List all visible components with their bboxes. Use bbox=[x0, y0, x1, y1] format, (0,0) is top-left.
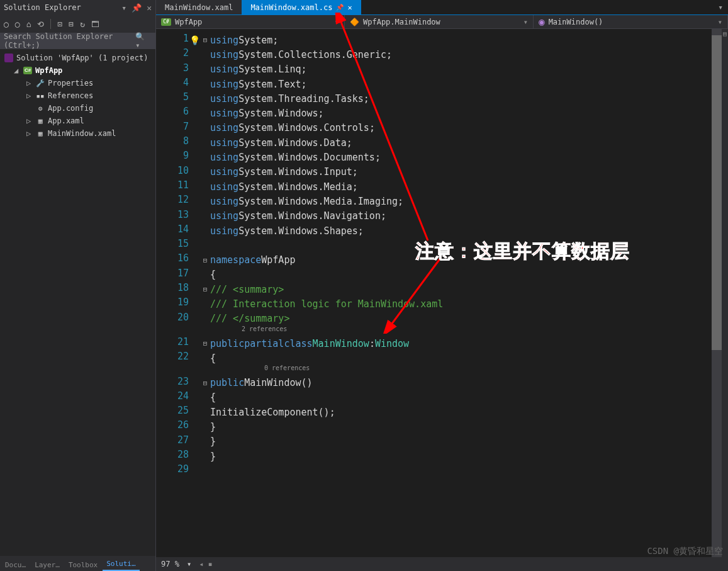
tab-active[interactable]: MainWindow.xaml.cs 📌 ✕ bbox=[242, 0, 361, 14]
lightbulb-icon[interactable]: 💡 bbox=[189, 35, 200, 45]
annotation-label: 注意：这里并不算数据层 bbox=[415, 239, 630, 264]
line-numbers: 1234567891011121314151617181920212223242… bbox=[156, 29, 200, 557]
collapse-icon[interactable]: ⊟ bbox=[69, 20, 74, 29]
tree-item[interactable]: ▷🔧Properties bbox=[0, 77, 155, 89]
close-icon[interactable]: ✕ bbox=[147, 3, 152, 13]
pin-icon[interactable]: 📌 bbox=[132, 3, 142, 13]
solution-node[interactable]: Solution 'WpfApp' (1 project) bbox=[0, 52, 155, 64]
pin-icon[interactable]: 📌 bbox=[336, 4, 344, 11]
panel-tab[interactable]: Layer… bbox=[31, 559, 64, 571]
zoom-dropdown-icon[interactable]: ▾ bbox=[187, 560, 191, 568]
chevron-down-icon: ▾ bbox=[524, 18, 528, 26]
showall-icon[interactable]: ⊡ bbox=[57, 20, 62, 29]
sync-icon[interactable]: ⟲ bbox=[37, 20, 44, 29]
codelens[interactable]: 2 references bbox=[242, 325, 287, 332]
document-tabs: MainWindow.xaml MainWindow.xaml.cs 📌 ✕ ▾ bbox=[156, 0, 728, 15]
nav-project[interactable]: C# WpfApp ▾ bbox=[156, 15, 345, 28]
zoom-level[interactable]: 97 % bbox=[161, 560, 179, 568]
search-box[interactable]: Search Solution Explorer (Ctrl+;) 🔍 ▾ bbox=[0, 33, 155, 49]
class-icon: 🔶 bbox=[350, 18, 359, 26]
search-icon: 🔍 ▾ bbox=[135, 32, 152, 50]
chevron-down-icon: ▾ bbox=[335, 18, 339, 26]
editor[interactable]: 💡 12345678910111213141516171819202122232… bbox=[156, 29, 728, 557]
project-node[interactable]: ◢ C# WpfApp bbox=[0, 64, 155, 77]
status-bar: 97 % ▾ ◂ ▪ bbox=[156, 557, 728, 571]
toolbar: ◯ ◯ ⌂ ⟲ ⊡ ⊟ ↻ 🗔 bbox=[0, 15, 155, 33]
vertical-scrollbar[interactable] bbox=[712, 29, 722, 557]
code-text[interactable]: using System; using System.Collections.G… bbox=[210, 29, 712, 557]
csharp-icon: C# bbox=[161, 18, 171, 26]
tab-overflow-icon[interactable]: ▾ bbox=[713, 0, 728, 14]
tree-item[interactable]: ⚙App.config bbox=[0, 102, 155, 115]
tab-inactive[interactable]: MainWindow.xaml bbox=[156, 0, 242, 14]
prop-icon[interactable]: 🗔 bbox=[91, 20, 99, 29]
editor-split-icon[interactable]: ▤ bbox=[722, 29, 728, 557]
refresh-icon[interactable]: ↻ bbox=[80, 20, 85, 29]
panel-tab[interactable]: Docu… bbox=[1, 559, 30, 571]
watermark: CSDN @黄昏和星空 bbox=[647, 546, 723, 557]
tree-item[interactable]: ▷▦App.xaml bbox=[0, 115, 155, 127]
nav-member[interactable]: ◉ MainWindow() ▾ bbox=[534, 15, 728, 28]
codelens[interactable]: 0 references bbox=[264, 365, 310, 371]
dropdown-icon[interactable]: ▾ bbox=[121, 3, 126, 13]
close-icon[interactable]: ✕ bbox=[347, 3, 352, 12]
editor-main: MainWindow.xaml MainWindow.xaml.cs 📌 ✕ ▾… bbox=[156, 0, 728, 571]
home-icon[interactable]: ⌂ bbox=[26, 20, 31, 29]
nav-class[interactable]: 🔶 WpfApp.MainWindow ▾ bbox=[345, 15, 534, 28]
forward-icon[interactable]: ◯ bbox=[15, 20, 20, 29]
back-icon[interactable]: ◯ bbox=[4, 20, 9, 29]
panel-header: Solution Explorer ▾ 📌 ✕ bbox=[0, 0, 155, 15]
solution-explorer: Solution Explorer ▾ 📌 ✕ ◯ ◯ ⌂ ⟲ ⊡ ⊟ ↻ 🗔 … bbox=[0, 0, 156, 571]
tree-item[interactable]: ▷▪▪References bbox=[0, 89, 155, 102]
tree-item[interactable]: ▷▦MainWindow.xaml bbox=[0, 127, 155, 140]
fold-column: ⊟⊟⊟⊟⊟ bbox=[200, 29, 210, 557]
panel-controls: ▾ 📌 ✕ bbox=[121, 3, 152, 13]
panel-tab[interactable]: Toolbox bbox=[65, 559, 101, 571]
panel-tab-strip: Docu… Layer… Toolbox Soluti… bbox=[0, 556, 155, 571]
solution-tree: Solution 'WpfApp' (1 project) ◢ C# WpfAp… bbox=[0, 49, 155, 556]
panel-tab-active[interactable]: Soluti… bbox=[103, 558, 139, 571]
search-placeholder: Search Solution Explorer (Ctrl+;) bbox=[4, 32, 135, 50]
method-icon: ◉ bbox=[539, 16, 545, 28]
panel-title: Solution Explorer bbox=[4, 3, 81, 12]
nav-bar: C# WpfApp ▾ 🔶 WpfApp.MainWindow ▾ ◉ Main… bbox=[156, 15, 728, 29]
chevron-down-icon: ▾ bbox=[718, 18, 722, 26]
